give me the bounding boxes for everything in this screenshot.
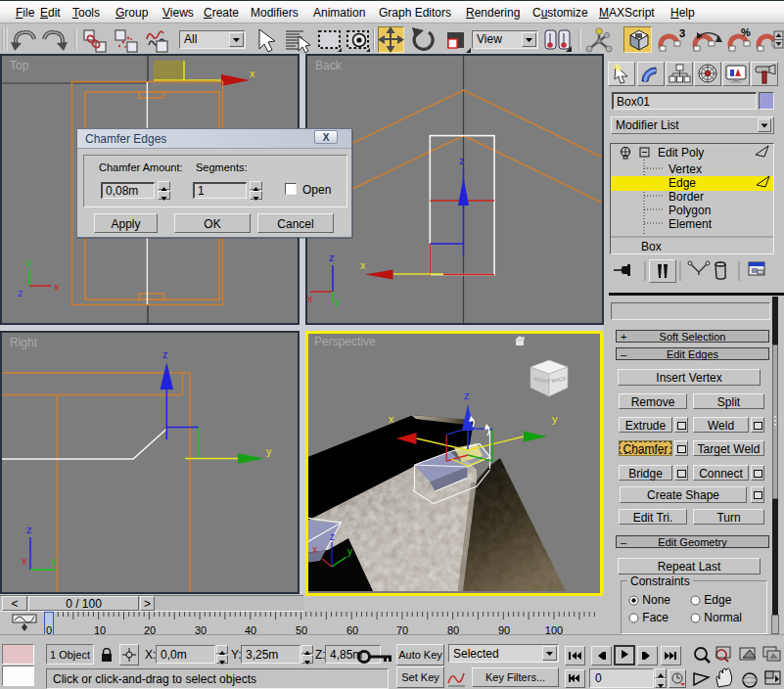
svg-text:y: y — [335, 296, 341, 307]
svg-text:x: x — [360, 259, 366, 271]
svg-text:3: 3 — [679, 27, 685, 39]
svg-text:x: x — [312, 544, 317, 555]
svg-text:z: z — [18, 287, 23, 299]
svg-text:z: z — [329, 252, 335, 263]
svg-text:y: y — [25, 256, 31, 268]
svg-text:x: x — [54, 281, 60, 293]
svg-text:x: x — [250, 68, 255, 79]
svg-text:z: z — [330, 531, 335, 542]
svg-text:z: z — [26, 524, 32, 535]
svg-text:y: y — [51, 555, 57, 567]
svg-text:y: y — [347, 546, 352, 557]
svg-text:z: z — [459, 155, 465, 166]
svg-text:y: y — [552, 413, 558, 425]
svg-text:%: % — [741, 26, 751, 38]
svg-text:x: x — [307, 293, 313, 304]
svg-text:z: z — [162, 348, 168, 360]
svg-text:x: x — [389, 413, 394, 425]
svg-text:x: x — [22, 555, 27, 567]
svg-text:z: z — [464, 390, 470, 401]
svg-text:y: y — [266, 445, 272, 457]
